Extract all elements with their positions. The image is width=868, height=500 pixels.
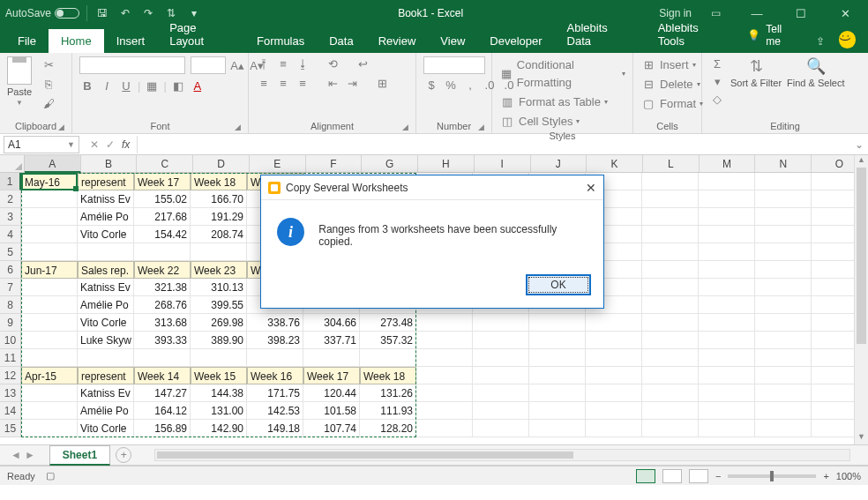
row-header[interactable]: 3 — [0, 208, 21, 226]
sheet-nav-next-icon[interactable]: ► — [25, 449, 35, 461]
cell[interactable] — [642, 349, 699, 367]
cell[interactable] — [416, 314, 473, 332]
cell[interactable] — [529, 367, 586, 384]
cell[interactable] — [699, 420, 755, 437]
find-select-button[interactable]: 🔍 Find & Select — [787, 56, 844, 88]
tab-page-layout[interactable]: Page Layout — [157, 16, 244, 53]
cell[interactable] — [699, 402, 755, 420]
tab-file[interactable]: File — [5, 29, 49, 53]
cell[interactable] — [529, 402, 586, 420]
insert-cells-button[interactable]: ⊞Insert▾ — [640, 56, 696, 74]
cell[interactable] — [134, 243, 191, 261]
cell[interactable]: Luke Skyw — [78, 332, 134, 349]
wrap-text-icon[interactable]: ↩ — [355, 56, 370, 72]
tab-home[interactable]: Home — [49, 29, 104, 53]
view-page-break-button[interactable] — [689, 469, 708, 483]
column-header[interactable]: D — [193, 155, 250, 173]
tab-ablebits-data[interactable]: Ablebits Data — [555, 16, 646, 53]
dialog-launcher-icon[interactable]: ◢ — [478, 123, 484, 131]
cell[interactable] — [642, 173, 699, 190]
cell[interactable] — [303, 349, 360, 367]
cell[interactable] — [642, 226, 699, 243]
cell[interactable] — [642, 296, 699, 314]
align-top-icon[interactable]: ⭱ — [256, 56, 272, 72]
zoom-slider[interactable] — [728, 474, 816, 478]
cell[interactable] — [699, 208, 755, 226]
cell[interactable]: Jun-17 — [21, 261, 78, 279]
cell[interactable]: Apr-15 — [21, 367, 78, 384]
dialog-launcher-icon[interactable]: ◢ — [58, 123, 64, 131]
row-header[interactable]: 4 — [0, 226, 21, 243]
cell[interactable] — [699, 279, 755, 296]
cell[interactable] — [416, 384, 473, 402]
feedback-icon[interactable] — [839, 31, 856, 49]
cell[interactable] — [755, 420, 812, 437]
cell[interactable]: Katniss Ev — [78, 279, 134, 296]
fill-icon[interactable]: ▾ — [709, 74, 725, 90]
cell[interactable] — [473, 402, 529, 420]
row-header[interactable]: 12 — [0, 367, 21, 384]
font-color-button[interactable]: A — [190, 78, 206, 94]
zoom-out-button[interactable]: − — [715, 471, 721, 481]
cell[interactable]: 156.89 — [134, 420, 191, 437]
column-header[interactable]: E — [250, 155, 306, 173]
cell[interactable]: 166.70 — [191, 190, 247, 208]
cell[interactable] — [642, 279, 699, 296]
cut-icon[interactable]: ✂ — [41, 56, 56, 72]
cell[interactable] — [586, 384, 642, 402]
cell[interactable] — [416, 420, 473, 437]
format-as-table-button[interactable]: ▥Format as Table▾ — [499, 93, 608, 111]
cell[interactable]: Vito Corle — [78, 226, 134, 243]
cell[interactable]: 101.58 — [303, 402, 360, 420]
column-header[interactable]: C — [137, 155, 193, 173]
cell[interactable] — [642, 384, 699, 402]
cell[interactable] — [699, 173, 755, 190]
name-box[interactable]: A1 ▼ — [4, 136, 79, 153]
column-header[interactable]: M — [700, 155, 756, 173]
cell[interactable] — [586, 332, 642, 349]
cell[interactable] — [699, 226, 755, 243]
cell[interactable]: Vito Corle — [78, 420, 134, 437]
cell[interactable] — [473, 349, 529, 367]
comma-icon[interactable]: , — [462, 78, 478, 93]
cell[interactable] — [699, 314, 755, 332]
tab-developer[interactable]: Developer — [477, 29, 554, 53]
fill-color-button[interactable]: ◧ — [170, 78, 186, 94]
row-header[interactable]: 15 — [0, 420, 21, 437]
cell[interactable]: Week 18 — [360, 367, 416, 384]
cell[interactable]: 155.02 — [134, 190, 191, 208]
cell[interactable] — [78, 349, 134, 367]
cell[interactable]: 268.76 — [134, 296, 191, 314]
cell[interactable] — [755, 279, 812, 296]
cell[interactable] — [191, 349, 247, 367]
cell[interactable] — [699, 243, 755, 261]
row-header[interactable]: 11 — [0, 349, 21, 367]
cell[interactable] — [755, 226, 812, 243]
cell[interactable] — [247, 349, 303, 367]
cell[interactable] — [699, 384, 755, 402]
dialog-ok-button[interactable]: OK — [526, 274, 591, 295]
cell[interactable] — [529, 314, 586, 332]
cell[interactable] — [699, 296, 755, 314]
sort-filter-button[interactable]: ⇅ Sort & Filter — [730, 56, 782, 88]
save-icon[interactable]: 🖫 — [94, 7, 110, 19]
horizontal-scrollbar[interactable] — [154, 449, 850, 461]
cell[interactable]: 147.27 — [134, 384, 191, 402]
percent-icon[interactable]: % — [443, 78, 459, 93]
formula-input[interactable] — [137, 136, 850, 153]
cell[interactable] — [755, 349, 812, 367]
column-header[interactable]: F — [306, 155, 363, 173]
cell[interactable]: 171.75 — [247, 384, 303, 402]
enter-formula-icon[interactable]: ✓ — [106, 138, 115, 151]
cell[interactable]: 398.23 — [247, 332, 303, 349]
cell[interactable]: Week 23 — [191, 261, 247, 279]
scroll-down-icon[interactable]: ▼ — [855, 432, 868, 444]
cell[interactable]: 131.00 — [191, 402, 247, 420]
cell[interactable]: Week 17 — [303, 367, 360, 384]
cell[interactable]: 107.74 — [303, 420, 360, 437]
row-header[interactable]: 2 — [0, 190, 21, 208]
cell[interactable] — [642, 332, 699, 349]
add-sheet-button[interactable]: + — [116, 447, 131, 463]
scrollbar-thumb[interactable] — [857, 168, 866, 344]
cell[interactable]: 191.29 — [191, 208, 247, 226]
